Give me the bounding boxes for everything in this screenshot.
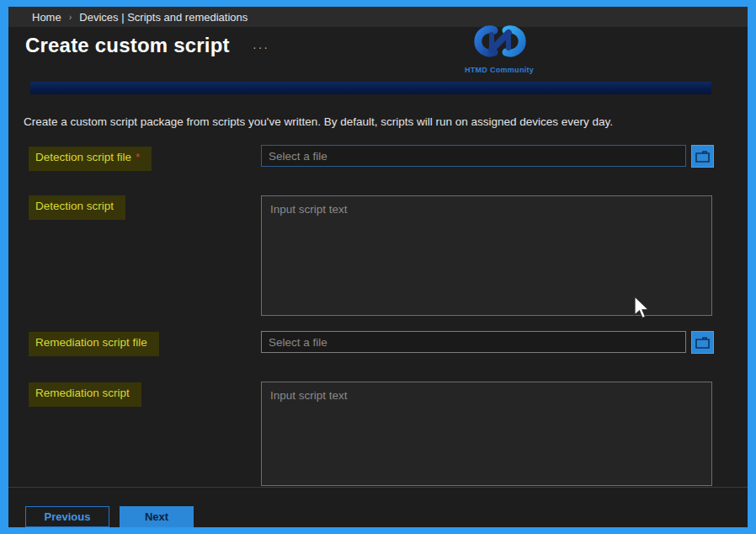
footer-bar: Previous Next xyxy=(8,488,748,527)
next-button[interactable]: Next xyxy=(120,506,194,527)
detection-script-textarea[interactable] xyxy=(261,195,712,316)
required-asterisk: * xyxy=(136,151,140,163)
breadcrumb-devices-scripts[interactable]: Devices | Scripts and remediations xyxy=(79,11,248,24)
detection-script-file-input[interactable] xyxy=(261,145,686,167)
remediation-file-browse-button[interactable] xyxy=(691,331,714,354)
breadcrumb-separator-icon: › xyxy=(69,12,72,22)
detection-script-file-label-text: Detection script file xyxy=(35,151,131,163)
previous-button[interactable]: Previous xyxy=(25,506,109,527)
folder-icon xyxy=(695,337,710,349)
detection-script-file-label: Detection script file* xyxy=(29,147,152,171)
remediation-script-file-label: Remediation script file xyxy=(29,332,159,356)
detection-file-browse-button[interactable] xyxy=(691,145,714,168)
page-description: Create a custom script package from scri… xyxy=(24,115,613,128)
folder-icon xyxy=(695,151,710,163)
htmd-logo-icon xyxy=(464,22,535,61)
remediation-script-label-text: Remediation script xyxy=(35,387,130,399)
detection-script-label: Detection script xyxy=(29,195,125,220)
breadcrumb: Home › Devices | Scripts and remediation… xyxy=(8,7,748,27)
remediation-script-textarea[interactable] xyxy=(261,382,712,486)
htmd-logo-text: HTMD Community xyxy=(453,66,546,74)
page-title: Create custom script xyxy=(25,34,230,57)
remediation-script-file-input[interactable] xyxy=(261,331,686,353)
desktop: { "breadcrumb": { "items": [ { "label": … xyxy=(0,0,756,534)
remediation-script-file-label-text: Remediation script file xyxy=(35,336,147,349)
wizard-step-strip xyxy=(30,82,711,94)
detection-script-label-text: Detection script xyxy=(35,200,114,212)
htmd-logo: HTMD Community xyxy=(453,22,546,74)
more-options-ellipsis-icon[interactable]: ··· xyxy=(253,40,269,54)
remediation-script-label: Remediation script xyxy=(29,382,141,407)
breadcrumb-home[interactable]: Home xyxy=(32,11,61,24)
create-custom-script-window: Home › Devices | Scripts and remediation… xyxy=(8,7,748,527)
